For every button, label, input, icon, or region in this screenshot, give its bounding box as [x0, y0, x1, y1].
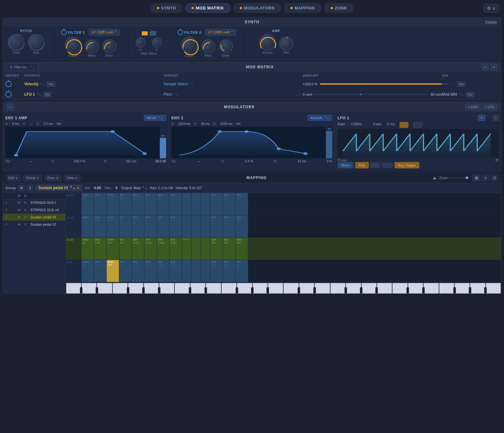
piano-key-e4[interactable] [423, 283, 439, 294]
view-btn-grid[interactable]: ⊟ [490, 174, 499, 181]
filter1-reso-knob[interactable] [85, 39, 99, 53]
details-button[interactable]: Details [485, 20, 497, 25]
zone-r11-c2[interactable]: Zone 99 [94, 215, 107, 237]
piano-key-gs2[interactable] [251, 287, 254, 294]
piano-key-g[interactable] [128, 283, 143, 294]
piano-key-a4[interactable] [470, 283, 485, 294]
lfo1-fade-icon[interactable] [400, 122, 408, 128]
key-to[interactable]: G8 [168, 186, 173, 190]
zone-r10-c3[interactable]: Zone122 [107, 238, 119, 260]
filter1-power[interactable] [61, 30, 67, 35]
group-row-3[interactable]: 3 M S Sustain pedal #1 [3, 214, 65, 221]
zone-r10-c8[interactable]: Zone 282 [170, 238, 182, 260]
zone-r12-c7[interactable]: Zone... [157, 193, 170, 215]
piano-key-a2[interactable] [253, 283, 268, 294]
zone-r12-c10[interactable]: Z [192, 193, 201, 215]
zone-r11-c4[interactable]: Zon... [119, 215, 132, 237]
zone-r12-c9[interactable]: Z Z Zo o o [182, 193, 192, 215]
mapping-zone-btn[interactable]: Zone ∨ [44, 175, 61, 181]
view-btn-bar[interactable]: ▦ [472, 174, 481, 181]
zone-r9-c4[interactable]: Zo15 [119, 260, 132, 282]
filter2-reso-knob[interactable] [201, 39, 215, 53]
zone-r12-c14[interactable]: Zon50 [236, 193, 248, 215]
piano-key-f[interactable] [113, 283, 128, 294]
amp-pan-knob[interactable] [279, 37, 293, 50]
mod-row1-via-inv[interactable]: Inv [457, 82, 466, 87]
mod-matrix-minus-btn[interactable]: − [482, 64, 489, 70]
zone-r9-c11[interactable] [201, 260, 210, 282]
zone-r9-c2[interactable]: Zone 97 [94, 260, 107, 282]
piano-key-fs[interactable] [127, 287, 129, 294]
mapping-group-btn[interactable]: Group ∨ [23, 175, 42, 181]
lfo1-fade-icon2[interactable] [413, 122, 422, 128]
view-btn-list[interactable]: ≡ [482, 174, 489, 181]
piano-key-e[interactable] [97, 283, 112, 294]
zone-r9-c14[interactable]: Zon50 [236, 260, 248, 282]
piano-key-as4[interactable] [484, 287, 487, 294]
group-3-s[interactable]: S [24, 216, 31, 219]
piano-key-cs[interactable] [80, 287, 82, 294]
piano-key-c[interactable] [66, 283, 81, 294]
lfo1-wave-shape-1[interactable]: ∿∿ [371, 163, 380, 168]
env2-display[interactable]: Vel [171, 127, 332, 158]
piano-key-b2[interactable] [268, 283, 283, 294]
mod-row2-target-select[interactable]: Pitch ⌃⌄ [164, 92, 178, 97]
filter1-drive-knob[interactable] [103, 39, 116, 53]
blend-f1-knob[interactable] [136, 37, 146, 48]
piano-key-ds2[interactable] [204, 287, 207, 294]
group-row-4[interactable]: 4 M S Sustain pedal #2 [3, 221, 65, 228]
piano-key-g3[interactable] [346, 283, 361, 294]
filter2-type-dropdown[interactable]: LP 12dB Lush ⌃ [205, 29, 236, 36]
piano-key-b[interactable] [159, 283, 174, 294]
piano-key-d2[interactable] [190, 283, 205, 294]
key-from[interactable]: C-2 [158, 186, 164, 190]
piano-key-g4[interactable] [455, 283, 470, 294]
piano-key-c2[interactable] [175, 283, 190, 294]
group-row-1[interactable]: 1 M S STRINGS SUS f [3, 199, 65, 206]
mod-row1-source-inv[interactable]: Inv [47, 82, 55, 87]
piano-key-gs3[interactable] [360, 287, 362, 294]
zone-r11-c3[interactable]: Zone123 [107, 215, 119, 237]
piano-key-d3[interactable] [299, 283, 314, 294]
mod-row1-source-select[interactable]: Velocity ⌃⌄ [24, 82, 45, 86]
group-4-s[interactable]: S [24, 223, 31, 226]
piano-key-e3[interactable] [315, 283, 330, 294]
zoom-slider[interactable] [451, 177, 470, 178]
piano-key-gs4[interactable] [469, 287, 471, 294]
zone-r9-c7[interactable]: Zone 249 [157, 260, 170, 282]
lfo1-mono-btn[interactable]: Mono [338, 162, 353, 168]
zone-r11-c14[interactable]: Zon50 [236, 215, 248, 237]
mod-row1-target-select[interactable]: Sample Select ⌃⌄ [164, 82, 194, 86]
tune-knob[interactable] [8, 34, 24, 50]
mod-row2-power-btn[interactable] [5, 91, 12, 98]
zone-r10-c9[interactable]: n n n [182, 238, 192, 260]
piano-key-e2[interactable] [206, 283, 221, 294]
mod-row2-source-select[interactable]: LFO 1 ⌃⌄ [24, 92, 41, 97]
settings-button[interactable]: ⚙ ∨ [484, 4, 499, 13]
group-2-s[interactable]: S [24, 208, 31, 211]
mod-matrix-plus-btn[interactable]: + [490, 64, 497, 70]
group-s-btn[interactable]: S [27, 185, 33, 191]
piano-key-as3[interactable] [375, 287, 378, 294]
zone-r10-c4[interactable]: Zo15 [119, 238, 132, 260]
lfo1-key-trigger-btn[interactable]: Key Trigger [395, 162, 419, 168]
vol-val[interactable]: 0.00 [94, 186, 101, 190]
zone-r9-c12[interactable]: Zon393 [210, 260, 223, 282]
filter2-power[interactable] [177, 30, 183, 35]
group-1-m[interactable]: M [18, 201, 24, 204]
group-1-s[interactable]: S [24, 201, 31, 204]
amp-volume-knob[interactable] [259, 34, 276, 50]
mapping-edit-btn[interactable]: Edit ∨ [5, 175, 20, 181]
zone-r10-c6[interactable]: Zone 218 [144, 238, 157, 260]
piano-key-b4[interactable] [486, 283, 501, 294]
piano-key-cs4[interactable] [406, 287, 409, 294]
piano-key-ds4[interactable] [422, 287, 425, 294]
piano-key-b3[interactable] [377, 283, 392, 294]
tab-modulators[interactable]: MODULATORS [233, 3, 281, 13]
add-lfo-btn[interactable]: + LFO [482, 104, 497, 110]
zone-r12-c3[interactable]: Zone124 [107, 193, 119, 215]
group-name-dropdown[interactable]: Sustain pedal #1 ⌃⌄ ≡ [36, 185, 82, 191]
zone-r11-c9[interactable] [182, 215, 192, 237]
zone-r12-c4[interactable]: Zon... [119, 193, 132, 215]
piano-key-gs[interactable] [142, 287, 145, 294]
